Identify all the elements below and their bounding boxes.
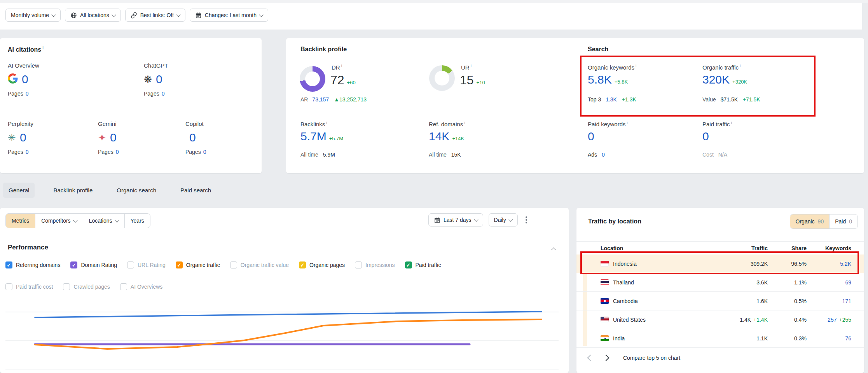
traffic-cell: 1.6K	[717, 298, 768, 304]
keywords-count-link[interactable]: 5.2K	[840, 261, 851, 267]
ai-citation-ai-overview: AI Overview0Pages0	[8, 62, 89, 97]
ai-pages-row: Pages0	[98, 149, 180, 155]
info-icon: i	[42, 46, 44, 50]
ai-citation-gemini: Gemini✦0Pages0	[98, 120, 180, 155]
organic-traffic-value-sub: Value $71.5K +71.5K	[702, 96, 760, 103]
location-row-united-states[interactable]: United States1.4K+1.4K0.4%257+255	[576, 310, 864, 329]
share-cell: 0.4%	[768, 317, 807, 323]
toggle-paid[interactable]: Paid 0	[829, 214, 858, 228]
prev-page-arrow[interactable]	[587, 355, 594, 361]
share-cell: 96.5%	[768, 261, 807, 267]
ur-label: URi	[461, 64, 472, 71]
filter-button-changes-last-month[interactable]: Changes: Last month	[190, 9, 268, 22]
ai-pages-count-link[interactable]: 0	[162, 91, 165, 97]
ai-citation-count[interactable]: 0	[110, 132, 117, 143]
backlinks-alltime: All time 5.9M	[300, 152, 335, 158]
filter-button-monthly-volume[interactable]: Monthly volume	[5, 9, 61, 22]
location-table-header: Location Traffic Share Keywords	[576, 241, 864, 255]
chatgpt-logo-icon: ❋	[144, 75, 152, 84]
keywords-count-link[interactable]: 171	[842, 298, 851, 304]
top-strip	[0, 0, 868, 3]
ar-row: AR 73,157 ▲13,252,713	[300, 96, 367, 103]
gemini-logo-icon: ✦	[98, 133, 106, 143]
location-row-indonesia[interactable]: Indonesia309.2K96.5%5.2K	[576, 254, 864, 273]
organic-keywords-label: Organic keywordsi	[588, 64, 636, 71]
dr-delta: +60	[347, 80, 356, 85]
info-icon: i	[627, 120, 628, 125]
info-icon: i	[636, 64, 636, 68]
chevron-down-icon	[51, 12, 56, 17]
traffic-cell: 1.4K+1.4K	[717, 317, 768, 323]
ref-domains-value[interactable]: 14K +14K	[429, 131, 464, 142]
organic-traffic-value[interactable]: 320K +320K	[702, 74, 747, 85]
traffic-cell: 1.1K	[717, 335, 768, 342]
keywords-count-link[interactable]: 257	[828, 317, 837, 323]
perplexity-logo-icon: ✳	[8, 133, 16, 143]
ai-source-label: Perplexity	[8, 120, 89, 127]
tab-general[interactable]: General	[3, 183, 35, 198]
chart-line-referring-domains	[35, 312, 541, 317]
domain-rating-donut	[300, 66, 325, 92]
share-cell: 0.3%	[768, 335, 807, 342]
traffic-by-location-title: Traffic by location	[588, 218, 641, 225]
ai-pages-count-link[interactable]: 0	[203, 149, 206, 155]
organic-keywords-top3: Top 3 1.3K +1.3K	[588, 96, 636, 103]
location-name: United States	[613, 317, 646, 323]
tab-organic-search[interactable]: Organic search	[111, 183, 162, 198]
ai-citation-count[interactable]: 0	[156, 73, 162, 85]
flag-us-icon	[601, 317, 609, 322]
ai-citation-count[interactable]: 0	[22, 73, 28, 85]
backlinks-label: Backlinksi	[300, 120, 327, 128]
backlink-search-card: Backlink profile DRi 72 +60 AR 73,157 ▲1…	[286, 38, 864, 173]
compare-top5-button[interactable]: Compare top 5 on chart	[623, 355, 680, 361]
ai-citation-chatgpt: ChatGPT❋0Pages0	[144, 62, 225, 97]
performance-chart[interactable]	[0, 208, 569, 373]
ar-value-link[interactable]: 73,157	[312, 96, 329, 103]
location-pager: Compare top 5 on chart	[588, 355, 680, 361]
ai-pages-count-link[interactable]: 0	[26, 91, 29, 97]
toggle-organic[interactable]: Organic 90	[790, 214, 830, 228]
keywords-count-link[interactable]: 76	[845, 335, 851, 342]
traffic-cell: 3.6K	[717, 279, 768, 286]
location-row-cambodia[interactable]: Cambodia1.6K0.5%171	[576, 292, 864, 310]
flag-kh-icon	[601, 298, 609, 304]
google-logo-icon	[8, 73, 18, 85]
ai-pages-count-link[interactable]: 0	[26, 149, 29, 155]
top3-value-link[interactable]: 1.3K	[606, 96, 617, 103]
organic-keywords-value[interactable]: 5.8K +5.8K	[588, 74, 628, 85]
backlinks-value[interactable]: 5.7M +5.7M	[300, 131, 343, 142]
backlink-profile-title: Backlink profile	[300, 46, 347, 53]
info-icon: i	[326, 120, 327, 125]
paid-keywords-ads: Ads 0	[588, 152, 605, 158]
ur-value: 15 +10	[460, 74, 485, 86]
dr-label: DRi	[332, 64, 342, 71]
globe-icon	[70, 12, 77, 19]
next-page-arrow[interactable]	[603, 355, 610, 361]
paid-traffic-label: Paid traffici	[702, 120, 732, 128]
chevron-down-icon	[112, 12, 116, 17]
tab-paid-search[interactable]: Paid search	[175, 183, 217, 198]
info-icon: i	[740, 64, 741, 68]
location-name: Thailand	[613, 279, 634, 286]
info-icon: i	[731, 120, 732, 125]
location-row-thailand[interactable]: Thailand3.6K1.1%69	[576, 273, 864, 292]
filter-button-all-locations[interactable]: All locations	[65, 9, 121, 22]
ai-citation-count[interactable]: 0	[20, 132, 26, 143]
search-title: Search	[588, 46, 608, 53]
location-row-india[interactable]: India1.1K0.3%76	[576, 329, 864, 348]
ads-value-link[interactable]: 0	[602, 152, 605, 158]
ai-citation-count[interactable]: 0	[189, 132, 196, 143]
ai-source-label: ChatGPT	[144, 62, 225, 69]
flag-th-icon	[601, 279, 609, 285]
ai-pages-count-link[interactable]: 0	[116, 149, 119, 155]
link-icon	[131, 12, 137, 19]
flag-id-icon	[601, 261, 609, 267]
share-cell: 1.1%	[768, 279, 807, 286]
paid-keywords-value[interactable]: 0	[588, 131, 594, 142]
url-rating-donut	[429, 65, 455, 91]
paid-traffic-value[interactable]: 0	[702, 131, 709, 142]
paid-keywords-label: Paid keywordsi	[588, 120, 628, 128]
filter-button-best-links-off[interactable]: Best links: Off	[125, 9, 185, 22]
keywords-count-link[interactable]: 69	[845, 279, 851, 286]
tab-backlink-profile[interactable]: Backlink profile	[48, 183, 98, 198]
